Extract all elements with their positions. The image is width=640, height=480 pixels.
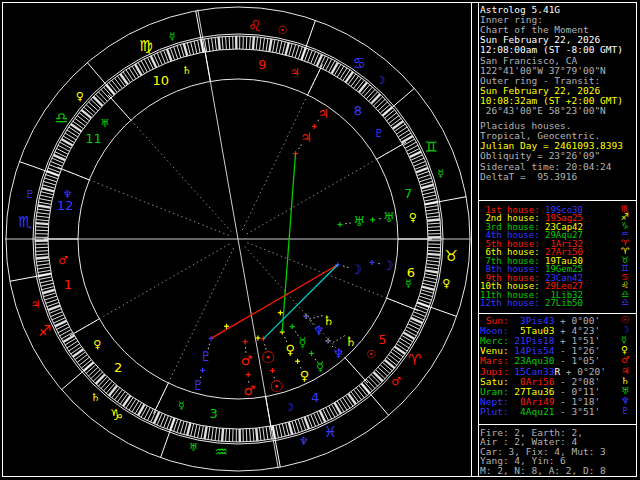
sign-libra-icon: ♎	[55, 109, 68, 127]
transit-mars-icon: ♂	[244, 383, 256, 398]
house-ruler-icon: ♃	[290, 66, 300, 79]
sign-leo-icon: ♌	[248, 17, 261, 35]
transit-pluto-icon: ♇	[193, 378, 205, 393]
sign-ruler-icon: ☿	[437, 167, 444, 180]
sign-ruler-icon: ♂	[391, 375, 401, 388]
transit-neptune-icon: ♆	[333, 346, 345, 361]
sign-ruler-icon: ♄	[91, 391, 101, 404]
sign-pisces-icon: ♓	[323, 423, 336, 441]
house-row: 12th house: 27Lib50♎	[480, 299, 583, 307]
house-number-10: 10	[153, 73, 170, 88]
house-ruler-icon: ☽	[284, 401, 294, 414]
natal-mars-icon: ♂	[241, 353, 253, 368]
house-ruler-icon: ♅	[100, 117, 110, 130]
natal-uranus-icon: ♅	[353, 214, 365, 229]
house-sign-icon: ♎	[621, 298, 629, 306]
natal-mercury-icon: ☿	[298, 335, 306, 350]
sign-ruler-icon: ☿	[169, 30, 176, 43]
sign-sagittarius-icon: ♐	[38, 322, 51, 340]
sign-capricorn-icon: ♑	[110, 406, 123, 424]
planet-symbol-icon: ♇	[621, 406, 630, 416]
sign-ruler-icon: ☽	[376, 74, 386, 87]
house-ruler-icon: ♄	[182, 64, 192, 77]
transit-venus-icon: ♀	[300, 368, 310, 383]
house-number-1: 1	[64, 277, 72, 292]
house-ruler-icon: ♀	[93, 338, 101, 351]
natal-sun-icon: ☉	[261, 348, 275, 367]
transit-uranus-icon: ♅	[383, 210, 395, 225]
natal-neptune-icon: ♆	[313, 323, 325, 338]
house-ruler-icon: ♀	[409, 211, 417, 224]
house-number-7: 7	[404, 186, 412, 201]
sign-ruler-icon: ☉	[277, 24, 287, 37]
house-number-11: 11	[85, 131, 102, 146]
sign-ruler-icon: ♀	[442, 277, 450, 290]
transit-sun-icon: ☉	[269, 377, 283, 396]
house-number-2: 2	[114, 360, 122, 375]
transit-jupiter-icon: ♃	[317, 106, 329, 121]
info-line: DeltaT = 95.3916	[480, 172, 577, 182]
transit-saturn-icon: ♄	[345, 334, 357, 349]
sign-scorpio-icon: ♏	[18, 213, 32, 231]
house-number-9: 9	[258, 57, 266, 72]
natal-pluto-icon: ♇	[200, 349, 212, 364]
house-ruler-icon: ♆	[63, 188, 73, 201]
stats-line: M: 2, N: 8, A: 2, D: 8	[480, 466, 606, 476]
sign-ruler-icon: ♅	[189, 441, 199, 454]
sign-taurus-icon: ♉	[445, 247, 458, 265]
house-number-5: 5	[378, 332, 386, 347]
planet-row: Plut: 4Aqu21 - 3°51'♇	[480, 407, 600, 417]
natal-jupiter-icon: ♃	[300, 130, 312, 145]
natal-venus-icon: ♀	[286, 342, 296, 357]
house-number-3: 3	[210, 406, 218, 421]
house-number-8: 8	[354, 103, 362, 118]
house-ruler-icon: ☿	[405, 277, 412, 290]
natal-moon-icon: ☽	[350, 262, 362, 277]
sign-virgo-icon: ♍	[139, 37, 152, 55]
astrolog-window: ♈♂♉♀♊☿♋☽♌☉♍☿♎♀♏♇♐♃♑♄♒♅♓♆1♂2♀3☿4☽5☉6☿7♀8♇…	[0, 0, 640, 480]
house-ruler-icon: ☉	[366, 348, 376, 361]
sign-cancer-icon: ♋	[352, 54, 365, 72]
sign-ruler-icon: ♀	[76, 90, 84, 103]
aspect-line-jupiter-venus	[282, 154, 295, 332]
house-ruler-icon: ♂	[58, 254, 68, 267]
planet-symbol-icon: ♂	[621, 355, 630, 365]
sign-ruler-icon: ♇	[25, 188, 35, 201]
sign-aries-icon: ♈	[408, 351, 421, 369]
sign-gemini-icon: ♊	[424, 138, 437, 156]
house-ruler-icon: ☿	[178, 399, 185, 412]
sign-ruler-icon: ♆	[299, 435, 309, 448]
transit-moon-icon: ☽	[382, 258, 394, 273]
transit-mercury-icon: ☿	[316, 359, 324, 374]
sign-ruler-icon: ♃	[30, 298, 40, 311]
info-line: 26°43'00"E 58°23'00"N	[480, 106, 606, 116]
house-number-4: 4	[311, 390, 319, 405]
house-ruler-icon: ♇	[374, 127, 384, 140]
sign-aquarius-icon: ♒	[214, 443, 227, 461]
planet-symbol-icon: ♃	[621, 366, 630, 376]
